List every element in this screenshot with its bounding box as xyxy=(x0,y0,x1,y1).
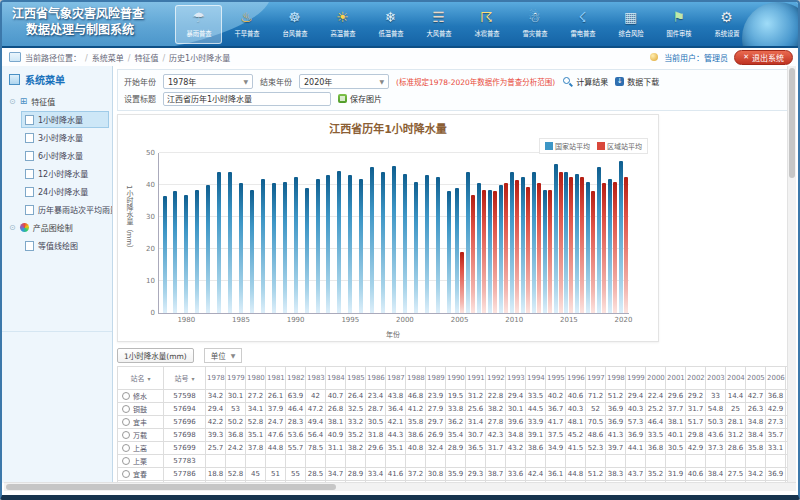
breadcrumb-item[interactable]: 特征值 xyxy=(134,54,158,63)
col-header-year[interactable]: 1984 xyxy=(326,367,346,390)
table-sort-dropdown[interactable]: 单位 ▼ xyxy=(204,348,243,363)
sidebar-group-1[interactable]: ⊙⊞特征值 xyxy=(7,93,109,110)
station-radio[interactable] xyxy=(122,392,130,400)
station-radio[interactable] xyxy=(122,470,130,478)
sidebar-item-1-5[interactable]: 24小时降水量 xyxy=(21,183,109,200)
value-cell: 40.2 xyxy=(546,390,566,403)
value-cell: 28.1 xyxy=(726,416,746,429)
col-header-year[interactable]: 1991 xyxy=(466,367,486,390)
bar-national xyxy=(564,172,568,313)
col-header-year[interactable]: 1996 xyxy=(566,367,586,390)
sidebar-item-2-1[interactable]: 等值线绘图 xyxy=(21,237,109,254)
nav-item-label: 雷电普查 xyxy=(570,29,595,38)
col-header-year[interactable]: 1981 xyxy=(266,367,286,390)
toolbar-row-title: 设置标题 保存图片 xyxy=(124,90,787,107)
nav-item-4[interactable]: ☀高温普查 xyxy=(319,5,366,44)
table-unit-button[interactable]: 1小时降水量(mm) xyxy=(117,348,194,363)
sidebar-item-1-4[interactable]: 12小时降水量 xyxy=(21,165,109,182)
value-cell xyxy=(466,455,486,468)
nav-item-2[interactable]: ♨干旱普查 xyxy=(223,5,270,44)
chart-title-input[interactable] xyxy=(163,92,331,106)
col-header-year[interactable]: 1980 xyxy=(246,367,266,390)
station-radio[interactable] xyxy=(122,431,130,439)
col-header-year[interactable]: 1992 xyxy=(486,367,506,390)
sidebar-item-1-6[interactable]: 历年暴雨站次平均雨量 xyxy=(21,201,109,218)
col-header-year[interactable]: 1987 xyxy=(386,367,406,390)
col-header-year[interactable]: 1985 xyxy=(346,367,366,390)
col-header-year[interactable]: 2003 xyxy=(706,367,726,390)
col-header-year[interactable]: 2001 xyxy=(666,367,686,390)
station-name-cell: 上栗 xyxy=(118,455,164,468)
station-radio[interactable] xyxy=(122,444,130,452)
col-header-year[interactable]: 1983 xyxy=(306,367,326,390)
table-row: 上栗57783 xyxy=(118,455,796,468)
bar-national xyxy=(337,171,341,313)
col-header-year[interactable]: 1999 xyxy=(626,367,646,390)
horizontal-scrollbar-thumb[interactable] xyxy=(6,484,336,490)
nav-item-9[interactable]: ☇雷电普查 xyxy=(559,5,606,44)
col-header-year[interactable]: 2000 xyxy=(646,367,666,390)
station-radio[interactable] xyxy=(122,405,130,413)
nav-item-7[interactable]: ☈冰雹普查 xyxy=(463,5,510,44)
vertical-scrollbar-thumb[interactable] xyxy=(789,68,795,178)
col-header-year[interactable]: 1993 xyxy=(506,367,526,390)
x-tick-label: 2010 xyxy=(505,316,523,324)
sidebar-item-1-3[interactable]: 6小时降水量 xyxy=(21,147,109,164)
col-header-year[interactable]: 1990 xyxy=(446,367,466,390)
station-id-cell: 57694 xyxy=(164,403,206,416)
calculate-button[interactable]: 计算结果 xyxy=(562,76,608,87)
col-header-year[interactable]: 2005 xyxy=(746,367,766,390)
col-header-year[interactable]: 1982 xyxy=(286,367,306,390)
sidebar-item-1-2[interactable]: 3小时降水量 xyxy=(21,129,109,146)
breadcrumb-separator: / xyxy=(85,54,88,63)
breadcrumb-item[interactable]: 历史1小时降水量 xyxy=(169,54,230,63)
nav-item-1[interactable]: ☂暴雨普查 xyxy=(175,5,222,44)
nav-item-11[interactable]: ⚑图件审核 xyxy=(655,5,702,44)
col-header-year[interactable]: 1994 xyxy=(526,367,546,390)
col-header-station-id-inner: 站号▾ xyxy=(165,373,204,383)
col-header-year[interactable]: 1988 xyxy=(406,367,426,390)
sidebar-group-2[interactable]: ⊙产品图绘制 xyxy=(7,219,109,236)
logout-button[interactable]: ✕ 退出系统 xyxy=(734,50,793,65)
nav-item-8[interactable]: ☃雪灾普查 xyxy=(511,5,558,44)
value-cell: 44.5 xyxy=(526,403,546,416)
col-header-station[interactable]: 站名▾ xyxy=(118,367,164,390)
col-header-year[interactable]: 1989 xyxy=(426,367,446,390)
value-cell: 31.4 xyxy=(466,416,486,429)
value-cell xyxy=(206,455,226,468)
col-header-year[interactable]: 2006 xyxy=(766,367,786,390)
col-header-year[interactable]: 1997 xyxy=(586,367,606,390)
nav-item-12[interactable]: ⚙系统设置 xyxy=(703,5,750,44)
col-header-year[interactable]: 1978 xyxy=(206,367,226,390)
nav-item-6[interactable]: ☴大风普查 xyxy=(415,5,462,44)
breadcrumb-item[interactable]: 系统菜单 xyxy=(92,54,124,63)
end-year-select[interactable]: 2020年 ▼ xyxy=(299,74,389,89)
value-cell: 42.4 xyxy=(526,468,546,481)
value-cell: 23.4 xyxy=(366,390,386,403)
horizontal-scrollbar[interactable] xyxy=(4,482,796,491)
col-header-year[interactable]: 1986 xyxy=(366,367,386,390)
vertical-scrollbar[interactable] xyxy=(787,66,796,482)
col-header-year[interactable]: 1979 xyxy=(226,367,246,390)
legend-item: 区域站平均 xyxy=(597,141,642,151)
nav-item-5[interactable]: ❄低温普查 xyxy=(367,5,414,44)
save-image-button[interactable]: 保存图片 xyxy=(338,93,382,104)
value-cell: 28.6 xyxy=(726,442,746,455)
col-header-year[interactable]: 2004 xyxy=(726,367,746,390)
value-cell: 22.4 xyxy=(646,390,666,403)
sidebar-item-label: 12小时降水量 xyxy=(38,168,88,179)
nav-item-10[interactable]: ▦综合风险 xyxy=(607,5,654,44)
col-header-year[interactable]: 2002 xyxy=(686,367,706,390)
value-cell: 34.8 xyxy=(506,429,526,442)
start-year-select[interactable]: 1978年 ▼ xyxy=(163,74,253,89)
download-button[interactable]: 数据下载 xyxy=(615,76,659,87)
col-header-year[interactable]: 1998 xyxy=(606,367,626,390)
station-radio[interactable] xyxy=(122,418,130,426)
bar-regional xyxy=(537,183,541,313)
col-header-year[interactable]: 1995 xyxy=(546,367,566,390)
sidebar-item-1-1[interactable]: 1小时降水量 xyxy=(21,111,109,128)
station-radio[interactable] xyxy=(122,457,130,465)
x-axis-label: 年份 xyxy=(158,329,628,339)
nav-item-3[interactable]: ☸台风普查 xyxy=(271,5,318,44)
col-header-station-id[interactable]: 站号▾ xyxy=(164,367,206,390)
